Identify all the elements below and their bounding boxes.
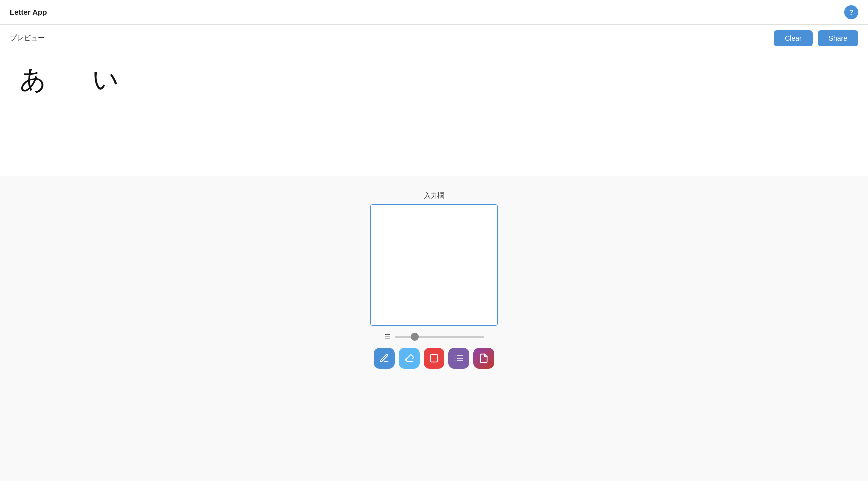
preview-text: あ い xyxy=(20,62,129,97)
slider-row: ☰ xyxy=(384,333,484,341)
eraser-tool-button[interactable] xyxy=(399,348,420,369)
app-header: Letter App ? xyxy=(0,0,868,25)
input-label: 入力欄 xyxy=(424,191,444,200)
bottom-section: 入力欄 ☰ xyxy=(0,176,868,481)
tool-buttons xyxy=(374,348,494,369)
preview-area: あ い xyxy=(0,52,868,176)
toolbar-actions: Clear Share xyxy=(774,30,858,46)
size-slider[interactable] xyxy=(395,336,484,338)
header-right: ? xyxy=(844,5,858,19)
app-title: Letter App xyxy=(10,8,47,16)
delete-tool-button[interactable] xyxy=(424,348,444,369)
file-tool-button[interactable] xyxy=(473,348,494,369)
input-canvas[interactable] xyxy=(370,204,498,326)
help-button[interactable]: ? xyxy=(844,5,858,19)
toolbar: プレビュー Clear Share xyxy=(0,25,868,52)
share-button[interactable]: Share xyxy=(818,30,858,46)
pen-tool-button[interactable] xyxy=(374,348,395,369)
preview-label: プレビュー xyxy=(10,34,45,43)
slider-icon: ☰ xyxy=(384,333,391,341)
list-tool-button[interactable] xyxy=(448,348,469,369)
clear-button[interactable]: Clear xyxy=(774,30,812,46)
svg-rect-0 xyxy=(431,355,438,362)
